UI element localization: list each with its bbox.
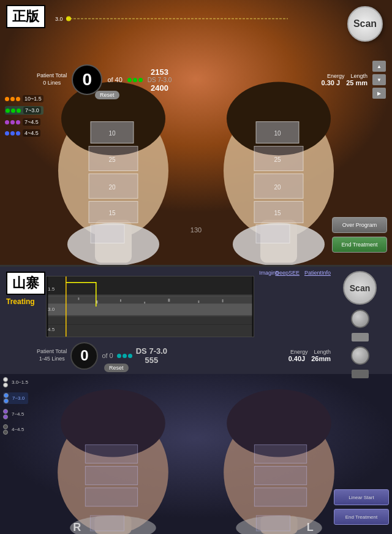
svg-rect-58: [85, 488, 137, 506]
patient-info-label[interactable]: PatientInfo: [304, 270, 331, 276]
depth-dot: [5, 120, 9, 124]
reset-button-top[interactable]: Reset: [95, 91, 119, 99]
svg-rect-59: [90, 516, 124, 531]
depth-dot: [16, 120, 20, 124]
svg-text:20: 20: [274, 184, 281, 191]
svg-text:25: 25: [274, 156, 281, 163]
svg-rect-42: [120, 299, 121, 302]
imaging-label: Imaging: [259, 270, 279, 276]
deepsee-label[interactable]: DeepSEE: [275, 270, 300, 276]
depth-dot: [16, 131, 20, 135]
svg-rect-46: [222, 299, 224, 302]
knob-2[interactable]: [351, 346, 369, 365]
depth-item-2[interactable]: 7~3.0: [5, 106, 43, 115]
svg-rect-44: [168, 299, 170, 302]
depth-dot: [10, 120, 15, 124]
svg-rect-12: [91, 225, 124, 243]
depth-scale-4-5: 4.5: [48, 321, 55, 338]
action-buttons-top: Over Program End Treatment: [332, 217, 387, 253]
ultrasound-display: [46, 276, 254, 337]
bdot: [3, 377, 8, 382]
bdot: [3, 383, 8, 387]
dot-2: [133, 78, 137, 82]
svg-rect-43: [144, 302, 145, 303]
svg-rect-36: [48, 324, 252, 337]
scan-button[interactable]: Scan: [347, 6, 383, 42]
of-label: of 40: [107, 76, 122, 83]
bdot: [4, 399, 9, 403]
depth-item-3[interactable]: 7~4.5: [5, 118, 43, 126]
svg-rect-57: [85, 467, 137, 485]
linear-start-button[interactable]: Linear Start: [334, 489, 389, 505]
svg-rect-40: [78, 297, 79, 300]
depth-item-4[interactable]: 4~4.5: [5, 129, 43, 137]
svg-rect-62: [254, 488, 306, 506]
arrow-buttons: ▲ ▼ ▶: [372, 61, 386, 99]
top-panel-label: 正版: [6, 5, 45, 28]
bottom-depth-item-1[interactable]: 3.0~1.5: [3, 377, 28, 387]
depth-item-1[interactable]: 10~1.5: [5, 95, 43, 102]
bottom-of-label: of 0: [102, 352, 113, 359]
depth-scale-3-0: 3.0: [48, 301, 55, 318]
svg-text:L: L: [307, 521, 314, 533]
scan-button-bottom[interactable]: Scan: [343, 271, 377, 305]
bottom-depth-item-4[interactable]: 4~4.5: [3, 424, 28, 435]
top-right-labels: DeepSEE PatientInfo: [275, 270, 331, 276]
svg-text:15: 15: [274, 210, 281, 216]
arrow-right-btn[interactable]: ▶: [372, 88, 386, 99]
svg-text:R: R: [73, 521, 81, 533]
bdot: [3, 430, 8, 435]
svg-text:10: 10: [274, 130, 281, 137]
depth-dot: [6, 109, 10, 113]
bdot: [3, 409, 8, 414]
bottom-panel-label: 山寨: [6, 272, 45, 295]
dot-1: [127, 78, 132, 82]
top-panel: 25 20 15 25 20 15 10 10 130 3.0 正版 Scan …: [0, 0, 392, 267]
depth-selector-top: 10~1.5 7~3.0 7~4.5: [5, 95, 43, 137]
arrow-up-btn[interactable]: ▲: [372, 61, 386, 72]
over-program-button[interactable]: Over Program: [332, 217, 387, 233]
end-treatment-button-bottom[interactable]: End Treatment: [334, 509, 389, 525]
bottom-face-area: R L: [0, 374, 392, 534]
depth-dot: [10, 97, 15, 101]
bottom-dot-3: [128, 354, 132, 358]
depth-dot: [16, 97, 20, 101]
depth-scale-1-5: 1.5: [48, 281, 55, 298]
bdot: [3, 424, 8, 429]
small-btn-1[interactable]: [352, 333, 369, 341]
bottom-number-block: DS 7-3.0 555: [136, 346, 167, 365]
svg-rect-41: [96, 300, 98, 303]
stats-bar-bottom: Patient Total 1-45 Lines 0 of 0 DS 7-3.0…: [37, 340, 331, 371]
svg-text:15: 15: [108, 210, 116, 216]
bottom-dot-1: [117, 354, 121, 358]
bottom-depth-item-3[interactable]: 7~4.5: [3, 409, 28, 419]
svg-rect-16: [256, 225, 290, 243]
svg-text:3.0: 3.0: [55, 16, 63, 22]
svg-text:130: 130: [190, 226, 202, 234]
bottom-dot-2: [123, 354, 127, 358]
bdot: [4, 393, 9, 398]
knob-1[interactable]: [351, 310, 369, 328]
bottom-dots-group: [117, 354, 132, 358]
arrow-down-btn[interactable]: ▼: [372, 74, 386, 85]
svg-text:10: 10: [108, 130, 116, 137]
dots-group: [127, 78, 143, 82]
bottom-energy-length: Energy Length 0.40J 26mm: [288, 349, 331, 362]
reset-button-bottom[interactable]: Reset: [104, 364, 129, 372]
bottom-patient-total: Patient Total 1-45 Lines: [37, 348, 67, 362]
depth-dot: [5, 97, 9, 101]
small-btn-2[interactable]: [352, 370, 369, 378]
end-treatment-button[interactable]: End Treatment: [332, 237, 387, 253]
right-panel-bottom: Scan: [331, 270, 389, 380]
patient-total-label: Patient Total 0 Lines: [37, 72, 67, 86]
bottom-panel: 山寨 DeepSEE PatientInfo Imaging Treating: [0, 267, 392, 534]
svg-rect-47: [0, 374, 392, 534]
svg-rect-63: [256, 516, 290, 531]
dot-3: [138, 78, 143, 82]
bottom-depth-item-2[interactable]: 7~3.0: [3, 392, 28, 404]
energy-length-block: Energy Length 0.30 J 25 mm: [322, 73, 368, 86]
svg-text:20: 20: [108, 184, 116, 191]
number-block-1: 2153 DS 7-3.0 2400: [148, 67, 172, 93]
main-container: 25 20 15 25 20 15 10 10 130 3.0 正版 Scan …: [0, 0, 392, 534]
bottom-big-number: 0: [70, 342, 98, 370]
